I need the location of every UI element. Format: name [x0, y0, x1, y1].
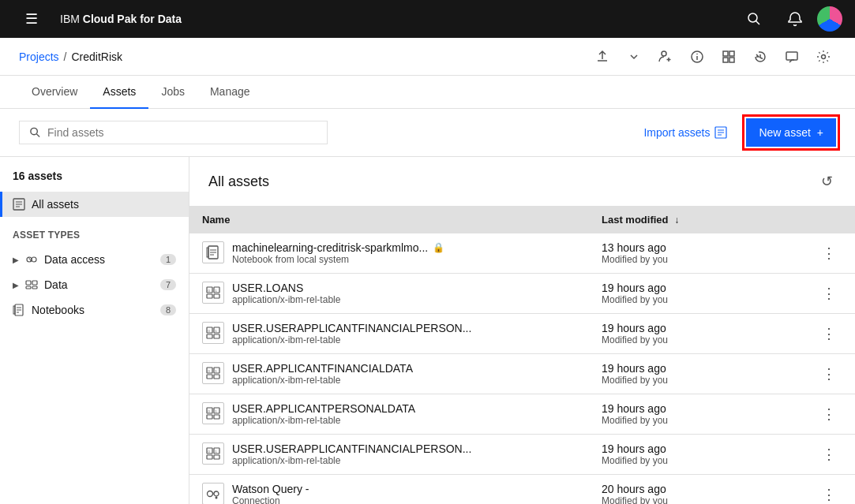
- asset-more-button[interactable]: ⋮: [816, 282, 842, 305]
- svg-point-0: [748, 13, 757, 22]
- column-header-name[interactable]: Name: [189, 206, 589, 233]
- assets-table-body: machinelearning-creditrisk-sparkmlmo... …: [189, 233, 855, 504]
- asset-actions-cell-6: ⋮: [803, 475, 855, 505]
- svg-rect-8: [729, 58, 734, 62]
- asset-name-cell-6: Watson Query - Connection: [189, 475, 589, 505]
- svg-point-57: [214, 491, 219, 496]
- svg-rect-23: [13, 306, 15, 314]
- tab-jobs[interactable]: Jobs: [148, 76, 197, 109]
- asset-more-button[interactable]: ⋮: [816, 402, 842, 426]
- sidebar-item-data[interactable]: ▶ Data 7: [0, 272, 189, 297]
- asset-info: USER.LOANS application/x-ibm-rel-table: [232, 282, 340, 305]
- search-icon: [746, 11, 762, 27]
- chevron-right-icon: ▶: [13, 281, 19, 289]
- history-button[interactable]: [748, 44, 773, 69]
- svg-rect-9: [786, 52, 797, 60]
- asset-name-text[interactable]: machinelearning-creditrisk-sparkmlmo... …: [232, 241, 444, 254]
- asset-info: USER.USERAPPLICANTFINANCIALPERSON... app…: [232, 442, 471, 466]
- svg-text:1: 1: [216, 369, 218, 373]
- asset-actions-cell-4: ⋮: [803, 394, 855, 435]
- import-icon: [714, 126, 727, 139]
- asset-name-text[interactable]: USER.APPLICANTFINANCIALDATA: [232, 362, 413, 375]
- asset-name-text[interactable]: USER.USERAPPLICANTFINANCIALPERSON...: [232, 442, 471, 455]
- asset-type-icon: 0 1: [202, 402, 224, 424]
- asset-more-button[interactable]: ⋮: [816, 442, 842, 466]
- asset-type-icon: 0 1: [202, 322, 224, 344]
- time-ago-text: 19 hours ago: [602, 402, 790, 415]
- bell-icon: [787, 11, 803, 27]
- upload-button[interactable]: [590, 44, 615, 69]
- svg-text:0: 0: [208, 409, 211, 413]
- add-collaborator-button[interactable]: [653, 44, 678, 69]
- search-button[interactable]: [735, 0, 773, 38]
- history-icon: [753, 50, 767, 64]
- svg-point-16: [32, 257, 36, 262]
- svg-text:1: 1: [216, 289, 218, 293]
- asset-modified-cell-2: 19 hours ago Modified by you: [589, 314, 803, 354]
- sidebar-item-all-assets[interactable]: All assets: [0, 192, 189, 217]
- svg-rect-6: [729, 51, 734, 56]
- modified-by-text: Modified by you: [602, 334, 790, 345]
- asset-name-text[interactable]: USER.LOANS: [232, 282, 340, 294]
- asset-types-heading: Asset types: [0, 217, 189, 247]
- asset-name-text[interactable]: USER.USERAPPLICANTFINANCIALPERSON...: [232, 322, 471, 334]
- data-asset-icon: 0 1: [206, 326, 220, 340]
- table-row: Watson Query - Connection 20 hours ago M…: [189, 475, 855, 505]
- grid-view-button[interactable]: [716, 44, 741, 69]
- refresh-button[interactable]: ↺: [818, 170, 836, 193]
- info-icon: [690, 50, 704, 64]
- svg-text:0: 0: [208, 369, 211, 373]
- svg-rect-21: [32, 286, 37, 289]
- chat-button[interactable]: [779, 44, 804, 69]
- data-access-label: Data access: [44, 253, 105, 266]
- asset-more-button[interactable]: ⋮: [816, 241, 842, 265]
- asset-info: Watson Query - Connection: [232, 483, 309, 504]
- sidebar-item-data-access[interactable]: ▶ Data access 1: [0, 247, 189, 272]
- breadcrumb-separator: /: [64, 50, 67, 63]
- svg-text:0: 0: [208, 289, 211, 293]
- connection-asset-icon: [206, 487, 220, 501]
- info-button[interactable]: [684, 44, 710, 69]
- projects-breadcrumb-link[interactable]: Projects: [19, 50, 59, 63]
- data-access-count: 1: [160, 254, 176, 265]
- search-input[interactable]: [47, 126, 317, 139]
- search-wrapper: [19, 121, 328, 144]
- svg-rect-35: [214, 334, 219, 338]
- chevron-right-icon: ▶: [13, 256, 19, 264]
- modified-by-text: Modified by you: [602, 254, 790, 265]
- asset-type-icon: [202, 241, 224, 263]
- settings-button[interactable]: [811, 44, 836, 69]
- svg-rect-41: [214, 375, 219, 379]
- asset-name-cell-0: machinelearning-creditrisk-sparkmlmo... …: [189, 233, 589, 274]
- tab-manage[interactable]: Manage: [197, 76, 263, 109]
- all-assets-icon: [13, 198, 25, 211]
- assets-panel: All assets ↺ Name Last modified ↓: [189, 157, 855, 504]
- column-header-last-modified[interactable]: Last modified ↓: [589, 206, 803, 233]
- table-header: Name Last modified ↓: [189, 206, 855, 233]
- sidebar-item-notebooks[interactable]: Notebooks 8: [0, 297, 189, 323]
- hamburger-menu-button[interactable]: ☰: [13, 0, 51, 38]
- asset-modified-cell-6: 20 hours ago Modified by you: [589, 475, 803, 505]
- svg-rect-28: [207, 294, 212, 298]
- asset-name-text[interactable]: USER.APPLICANTPERSONALDATA: [232, 402, 415, 415]
- profile-avatar[interactable]: [817, 6, 842, 32]
- tab-assets[interactable]: Assets: [90, 76, 148, 109]
- import-assets-button[interactable]: Import assets: [634, 120, 737, 145]
- asset-more-button[interactable]: ⋮: [816, 322, 842, 345]
- asset-modified-cell-1: 19 hours ago Modified by you: [589, 274, 803, 314]
- dropdown-button[interactable]: [621, 44, 647, 69]
- asset-more-button[interactable]: ⋮: [816, 362, 842, 386]
- asset-name-text[interactable]: Watson Query -: [232, 483, 309, 495]
- asset-more-button[interactable]: ⋮: [816, 483, 842, 504]
- notebooks-count: 8: [160, 304, 176, 315]
- new-asset-button[interactable]: New asset +: [746, 118, 836, 147]
- svg-rect-18: [26, 281, 31, 285]
- asset-type-icon: [202, 483, 224, 504]
- tab-overview[interactable]: Overview: [19, 76, 90, 109]
- notifications-button[interactable]: [776, 0, 814, 38]
- svg-rect-5: [723, 51, 728, 56]
- asset-modified-cell-0: 13 hours ago Modified by you: [589, 233, 803, 274]
- breadcrumb: Projects / CreditRisk: [19, 50, 590, 63]
- grid-icon: [722, 50, 736, 64]
- svg-rect-40: [207, 375, 212, 379]
